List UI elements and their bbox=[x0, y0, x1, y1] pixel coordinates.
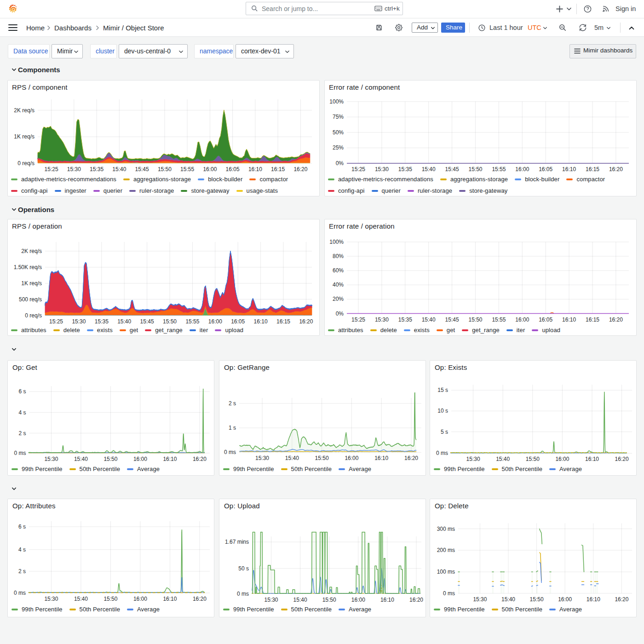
svg-text:0 ms: 0 ms bbox=[443, 590, 455, 597]
svg-text:1 s: 1 s bbox=[229, 425, 236, 431]
svg-text:15:45: 15:45 bbox=[445, 166, 459, 172]
svg-text:2 s: 2 s bbox=[18, 430, 26, 437]
svg-text:16:15: 16:15 bbox=[271, 166, 285, 172]
svg-text:15:50: 15:50 bbox=[530, 596, 544, 603]
svg-text:16:20: 16:20 bbox=[404, 455, 418, 461]
svg-text:0 req/s: 0 req/s bbox=[17, 160, 34, 167]
svg-text:15:55: 15:55 bbox=[492, 316, 506, 323]
svg-text:15 s: 15 s bbox=[437, 387, 448, 393]
svg-text:16:10: 16:10 bbox=[163, 456, 177, 462]
svg-text:15:40: 15:40 bbox=[422, 316, 436, 323]
svg-text:16:20: 16:20 bbox=[615, 456, 629, 462]
svg-text:5 s: 5 s bbox=[441, 429, 448, 435]
svg-text:15:35: 15:35 bbox=[398, 316, 412, 323]
svg-text:0%: 0% bbox=[336, 160, 344, 167]
svg-text:75%: 75% bbox=[333, 114, 344, 120]
svg-text:15:40: 15:40 bbox=[117, 318, 131, 325]
svg-text:15:50: 15:50 bbox=[315, 455, 329, 461]
svg-text:40%: 40% bbox=[333, 282, 344, 288]
svg-text:16:15: 16:15 bbox=[586, 316, 599, 323]
svg-text:16:00: 16:00 bbox=[208, 318, 222, 325]
svg-text:15:40: 15:40 bbox=[74, 456, 88, 462]
svg-text:200 ms: 200 ms bbox=[437, 547, 455, 553]
svg-text:1K req/s: 1K req/s bbox=[21, 280, 42, 287]
svg-text:4 s: 4 s bbox=[18, 546, 26, 553]
svg-text:2 s: 2 s bbox=[18, 568, 26, 575]
svg-text:15:50: 15:50 bbox=[322, 597, 336, 603]
svg-text:15:40: 15:40 bbox=[285, 455, 299, 461]
svg-text:15:35: 15:35 bbox=[95, 318, 109, 325]
svg-text:16:20: 16:20 bbox=[193, 456, 207, 462]
svg-text:16:20: 16:20 bbox=[293, 166, 307, 172]
svg-text:15:50: 15:50 bbox=[468, 166, 482, 172]
svg-text:500 req/s: 500 req/s bbox=[19, 296, 42, 303]
svg-text:16:10: 16:10 bbox=[163, 596, 177, 602]
svg-text:15:25: 15:25 bbox=[45, 166, 58, 172]
svg-text:16:00: 16:00 bbox=[133, 456, 147, 462]
svg-text:15:45: 15:45 bbox=[140, 318, 154, 325]
svg-text:16:10: 16:10 bbox=[562, 166, 576, 172]
svg-text:15:50: 15:50 bbox=[468, 316, 482, 323]
svg-text:15:25: 15:25 bbox=[351, 316, 365, 323]
svg-text:2K req/s: 2K req/s bbox=[21, 248, 42, 254]
svg-text:15:40: 15:40 bbox=[112, 166, 126, 172]
svg-text:2 s: 2 s bbox=[229, 400, 236, 407]
svg-text:16:10: 16:10 bbox=[562, 316, 576, 323]
svg-text:15:50: 15:50 bbox=[104, 596, 117, 602]
svg-text:0 ms: 0 ms bbox=[237, 591, 249, 597]
svg-text:16:00: 16:00 bbox=[555, 456, 569, 462]
svg-text:15:40: 15:40 bbox=[422, 166, 436, 172]
svg-text:15:35: 15:35 bbox=[398, 166, 412, 172]
svg-text:15:30: 15:30 bbox=[264, 597, 278, 603]
svg-text:15:50: 15:50 bbox=[526, 456, 540, 462]
svg-text:2K req/s: 2K req/s bbox=[14, 107, 34, 114]
svg-text:15:30: 15:30 bbox=[44, 456, 58, 462]
svg-text:15:50: 15:50 bbox=[163, 318, 177, 325]
svg-text:80%: 80% bbox=[333, 253, 344, 259]
svg-text:60%: 60% bbox=[333, 267, 344, 274]
svg-text:16:10: 16:10 bbox=[254, 318, 268, 325]
svg-text:15:30: 15:30 bbox=[466, 456, 480, 462]
svg-text:0 req/s: 0 req/s bbox=[25, 312, 42, 319]
svg-text:15:30: 15:30 bbox=[44, 596, 58, 602]
svg-text:16:05: 16:05 bbox=[226, 166, 240, 172]
svg-text:1.67 mins: 1.67 mins bbox=[225, 539, 249, 545]
svg-text:15:55: 15:55 bbox=[185, 318, 199, 325]
svg-text:6 s: 6 s bbox=[18, 388, 26, 395]
svg-text:16:05: 16:05 bbox=[539, 316, 552, 323]
svg-text:16:15: 16:15 bbox=[276, 318, 290, 325]
svg-text:15:55: 15:55 bbox=[492, 166, 506, 172]
svg-text:100 ms: 100 ms bbox=[437, 569, 455, 575]
svg-text:0%: 0% bbox=[336, 310, 344, 317]
svg-text:15:35: 15:35 bbox=[90, 166, 104, 172]
svg-text:16:10: 16:10 bbox=[380, 597, 394, 603]
svg-text:1.50K req/s: 1.50K req/s bbox=[14, 264, 42, 270]
svg-text:15:30: 15:30 bbox=[473, 596, 487, 603]
svg-text:15:50: 15:50 bbox=[104, 456, 117, 462]
svg-text:16:10: 16:10 bbox=[585, 456, 599, 462]
svg-text:4 s: 4 s bbox=[18, 409, 26, 416]
svg-text:16:05: 16:05 bbox=[539, 166, 552, 172]
svg-text:16:00: 16:00 bbox=[133, 596, 147, 602]
svg-text:0 ms: 0 ms bbox=[14, 590, 26, 596]
svg-text:15:30: 15:30 bbox=[375, 166, 389, 172]
svg-text:0 ms: 0 ms bbox=[436, 450, 448, 456]
svg-text:15:40: 15:40 bbox=[293, 597, 307, 603]
svg-text:16:00: 16:00 bbox=[203, 166, 217, 172]
svg-text:15:30: 15:30 bbox=[67, 166, 81, 172]
svg-text:100%: 100% bbox=[329, 98, 344, 105]
svg-text:16:10: 16:10 bbox=[586, 596, 600, 603]
svg-text:16:20: 16:20 bbox=[609, 316, 623, 323]
svg-text:100%: 100% bbox=[329, 239, 344, 245]
svg-text:16:05: 16:05 bbox=[231, 318, 245, 325]
svg-text:15:30: 15:30 bbox=[255, 455, 269, 461]
svg-text:1K req/s: 1K req/s bbox=[14, 133, 34, 140]
svg-text:16:00: 16:00 bbox=[345, 455, 358, 461]
svg-text:16:20: 16:20 bbox=[299, 318, 313, 325]
svg-text:15:25: 15:25 bbox=[351, 166, 365, 172]
svg-text:15:30: 15:30 bbox=[375, 316, 389, 323]
svg-text:15:30: 15:30 bbox=[72, 318, 86, 325]
svg-text:16:00: 16:00 bbox=[515, 316, 529, 323]
svg-text:16:20: 16:20 bbox=[615, 596, 628, 603]
svg-text:16:00: 16:00 bbox=[515, 166, 529, 172]
